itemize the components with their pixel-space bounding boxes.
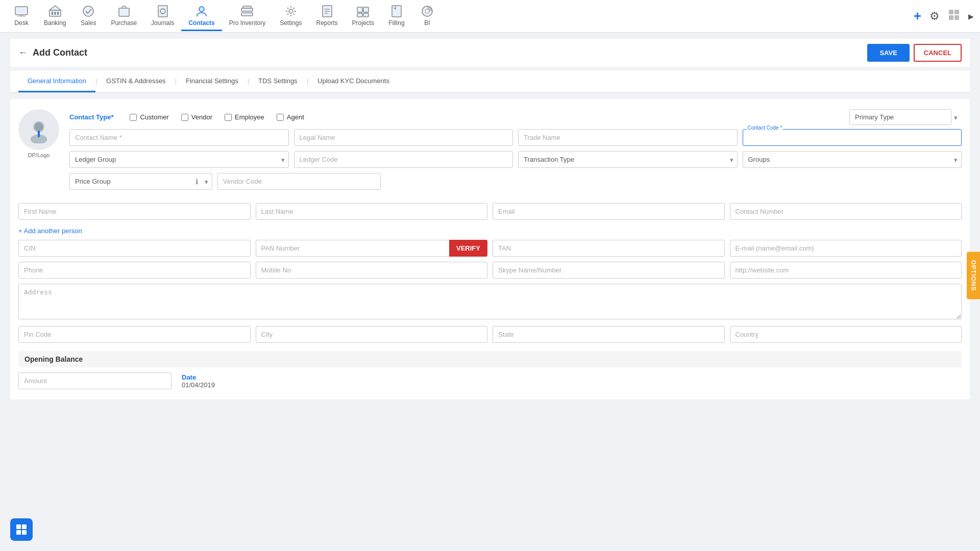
tab-gstin[interactable]: GSTIN & Addresses bbox=[97, 71, 175, 92]
customer-checkbox[interactable] bbox=[130, 114, 137, 121]
ledger-group-field: Ledger Group bbox=[69, 151, 289, 168]
svg-rect-7 bbox=[57, 12, 59, 15]
save-button[interactable]: SAVE bbox=[867, 44, 909, 62]
form-row-ledger: Ledger Group Transaction Type Groups bbox=[69, 151, 962, 168]
avatar-label: DP/Logo bbox=[28, 152, 50, 158]
tab-general[interactable]: General Information bbox=[18, 71, 95, 92]
svg-rect-42 bbox=[22, 530, 27, 535]
add-person-link[interactable]: + Add another person bbox=[18, 227, 82, 235]
last-name-input[interactable] bbox=[256, 203, 488, 220]
nav-item-journals[interactable]: Journals bbox=[144, 1, 181, 31]
options-sidebar[interactable]: OPTIONS bbox=[967, 252, 980, 299]
nav-label-sales: Sales bbox=[81, 19, 96, 27]
email2-input[interactable] bbox=[730, 240, 962, 257]
nav-items: Desk Banking Sa bbox=[6, 1, 914, 31]
nav-label-banking: Banking bbox=[44, 19, 66, 27]
checkbox-customer[interactable]: Customer bbox=[130, 113, 168, 121]
info-icon[interactable]: ℹ bbox=[195, 178, 198, 186]
vendor-code-input[interactable] bbox=[217, 173, 381, 190]
groups-field: Groups bbox=[743, 151, 962, 168]
employee-checkbox[interactable] bbox=[225, 114, 232, 121]
form-row-location bbox=[18, 326, 962, 343]
checkbox-employee[interactable]: Employee bbox=[225, 113, 264, 121]
amount-field bbox=[18, 372, 172, 389]
nav-item-sales[interactable]: Sales bbox=[73, 1, 104, 31]
transaction-type-field: Transaction Type bbox=[518, 151, 738, 168]
groups-select[interactable]: Groups bbox=[743, 151, 962, 168]
mobile-field bbox=[256, 262, 488, 279]
settings-gear-icon[interactable]: ⚙ bbox=[929, 10, 940, 23]
date-section: Date 01/04/2019 bbox=[182, 373, 215, 389]
opening-balance-header: Opening Balance bbox=[18, 351, 962, 367]
tan-field bbox=[493, 240, 725, 257]
desk-icon bbox=[14, 4, 29, 18]
add-button[interactable]: + bbox=[914, 8, 921, 24]
svg-rect-24 bbox=[363, 7, 369, 12]
contact-type-label: Contact Type* bbox=[69, 113, 113, 121]
nav-item-bi[interactable]: BI bbox=[412, 1, 443, 31]
legal-name-input[interactable] bbox=[294, 129, 513, 146]
trade-name-input[interactable] bbox=[518, 129, 738, 146]
svg-rect-15 bbox=[241, 8, 253, 11]
email-input[interactable] bbox=[493, 203, 725, 220]
website-input[interactable] bbox=[730, 262, 962, 279]
agent-checkbox[interactable] bbox=[277, 114, 284, 121]
tab-kyc[interactable]: Upload KYC Documents bbox=[308, 71, 399, 92]
user-icon[interactable] bbox=[948, 9, 960, 24]
price-group-select[interactable]: Price Group bbox=[69, 173, 212, 190]
checkbox-agent[interactable]: Agent bbox=[277, 113, 304, 121]
chevron-icon[interactable]: ▶ bbox=[968, 12, 974, 20]
avatar[interactable] bbox=[18, 109, 59, 150]
cancel-button[interactable]: CANCEL bbox=[914, 44, 962, 62]
nav-item-banking[interactable]: Banking bbox=[37, 1, 73, 31]
address-input[interactable] bbox=[18, 284, 962, 319]
customer-label: Customer bbox=[140, 113, 168, 121]
transaction-type-select[interactable]: Transaction Type bbox=[518, 151, 738, 168]
ledger-code-field bbox=[294, 151, 513, 168]
nav-item-filling[interactable]: Filling bbox=[381, 1, 412, 31]
checkbox-vendor[interactable]: Vendor bbox=[181, 113, 212, 121]
contact-type-row: Contact Type* Customer Vendor Employee bbox=[69, 109, 962, 195]
nav-item-reports[interactable]: Reports bbox=[309, 1, 345, 31]
phone-input[interactable] bbox=[18, 262, 251, 279]
cin-input[interactable] bbox=[18, 240, 251, 257]
svg-rect-16 bbox=[241, 13, 253, 16]
primary-type-select[interactable]: Primary Type bbox=[849, 109, 951, 125]
verify-button[interactable]: VERIFY bbox=[449, 240, 487, 257]
svg-rect-23 bbox=[357, 7, 362, 12]
pin-code-input[interactable] bbox=[18, 326, 251, 343]
amount-input[interactable] bbox=[18, 372, 172, 389]
ledger-code-input[interactable] bbox=[294, 151, 513, 168]
pan-input[interactable] bbox=[256, 240, 450, 257]
form-row-address bbox=[18, 284, 962, 321]
contacts-icon bbox=[194, 4, 209, 18]
contact-name-input[interactable] bbox=[69, 129, 289, 146]
grid-button[interactable] bbox=[10, 518, 33, 541]
contact-number-input[interactable] bbox=[730, 203, 962, 220]
mobile-input[interactable] bbox=[256, 262, 488, 279]
price-group-field: Price Group ℹ bbox=[69, 173, 212, 190]
city-input[interactable] bbox=[256, 326, 488, 343]
tab-tds[interactable]: TDS Settings bbox=[249, 71, 307, 92]
country-input[interactable] bbox=[730, 326, 962, 343]
nav-item-pro-inventory[interactable]: Pro Inventory bbox=[222, 1, 273, 31]
nav-item-purchase[interactable]: Purchase bbox=[104, 1, 144, 31]
tabs-bar: General Information | GSTIN & Addresses … bbox=[10, 71, 970, 93]
vendor-checkbox[interactable] bbox=[181, 114, 188, 121]
ledger-group-select[interactable]: Ledger Group bbox=[69, 151, 289, 168]
nav-item-settings[interactable]: Settings bbox=[273, 1, 309, 31]
svg-rect-39 bbox=[16, 524, 21, 529]
tab-financial[interactable]: Financial Settings bbox=[177, 71, 248, 92]
tan-input[interactable] bbox=[493, 240, 725, 257]
nav-item-desk[interactable]: Desk bbox=[6, 1, 37, 31]
nav-item-contacts[interactable]: Contacts bbox=[181, 1, 222, 31]
state-input[interactable] bbox=[493, 326, 725, 343]
first-name-input[interactable] bbox=[18, 203, 251, 220]
svg-point-18 bbox=[289, 9, 293, 13]
contact-code-input[interactable]: CON-00181 bbox=[743, 129, 962, 146]
nav-item-projects[interactable]: Projects bbox=[345, 1, 381, 31]
form-row-price: Price Group ℹ bbox=[69, 173, 962, 190]
skype-input[interactable] bbox=[493, 262, 725, 279]
back-button[interactable]: ← bbox=[18, 47, 28, 58]
page-title: Add Contact bbox=[33, 47, 87, 58]
